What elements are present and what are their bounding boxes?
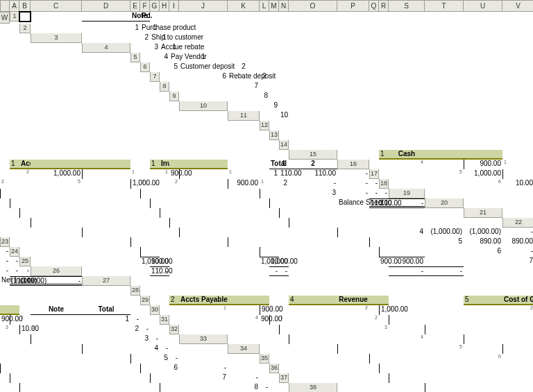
cell[interactable] xyxy=(179,237,228,247)
cell[interactable] xyxy=(425,247,464,257)
cell[interactable] xyxy=(260,169,269,179)
cell[interactable] xyxy=(31,82,82,92)
cell[interactable]: Total xyxy=(82,305,130,315)
cell[interactable] xyxy=(140,160,150,169)
cell[interactable] xyxy=(279,354,289,364)
row-header[interactable]: 7 xyxy=(150,72,160,82)
cell[interactable] xyxy=(82,189,130,198)
cell[interactable] xyxy=(82,169,130,179)
cell[interactable]: 2 xyxy=(140,179,150,189)
cell[interactable] xyxy=(31,286,82,296)
cell[interactable] xyxy=(150,325,160,334)
cell[interactable] xyxy=(379,218,389,228)
cell[interactable] xyxy=(169,72,179,82)
cell[interactable] xyxy=(82,33,130,43)
cell[interactable]: - xyxy=(150,334,160,344)
cell[interactable] xyxy=(82,160,130,169)
cell[interactable] xyxy=(179,33,228,43)
row-header[interactable]: 20 xyxy=(425,198,464,208)
cell[interactable] xyxy=(130,334,140,344)
cell[interactable]: 1 xyxy=(260,179,269,189)
cell[interactable] xyxy=(140,364,150,373)
cell[interactable] xyxy=(337,101,369,111)
cell[interactable]: Accts Payable xyxy=(179,296,228,305)
cell[interactable] xyxy=(389,62,425,72)
cell[interactable] xyxy=(228,334,260,344)
cell[interactable]: - xyxy=(10,266,19,276)
cell[interactable] xyxy=(289,334,337,344)
row-header[interactable]: 10 xyxy=(179,101,228,111)
cell[interactable] xyxy=(389,218,425,228)
cell[interactable] xyxy=(150,198,160,208)
cell[interactable] xyxy=(269,53,279,62)
cell[interactable]: Total xyxy=(269,160,279,169)
cell[interactable] xyxy=(464,257,502,266)
cell[interactable] xyxy=(379,383,389,392)
cell[interactable] xyxy=(140,266,150,276)
cell[interactable]: 1 xyxy=(269,169,279,179)
cell[interactable] xyxy=(269,24,279,33)
cell[interactable] xyxy=(82,354,130,364)
cell[interactable] xyxy=(140,237,150,247)
cell[interactable] xyxy=(289,198,337,208)
cell[interactable] xyxy=(160,305,169,315)
cell[interactable]: - xyxy=(369,179,379,189)
cell[interactable] xyxy=(169,344,179,354)
cell[interactable] xyxy=(260,218,269,228)
cell[interactable] xyxy=(228,208,260,218)
cell[interactable] xyxy=(31,121,82,130)
col-header[interactable]: D xyxy=(82,0,130,12)
cell[interactable] xyxy=(379,228,389,237)
cell[interactable] xyxy=(464,53,502,62)
cell[interactable] xyxy=(150,82,160,92)
cell[interactable]: 3 xyxy=(0,325,10,334)
cell[interactable] xyxy=(379,130,389,140)
cell[interactable] xyxy=(269,354,279,364)
cell[interactable] xyxy=(31,140,82,150)
cell[interactable] xyxy=(10,373,19,383)
cell[interactable] xyxy=(502,111,533,121)
cell[interactable] xyxy=(160,140,169,150)
cell[interactable]: Balance Sheet xyxy=(337,198,369,208)
cell[interactable] xyxy=(369,140,379,150)
cell[interactable] xyxy=(228,276,260,286)
cell[interactable] xyxy=(160,121,169,130)
col-header[interactable]: T xyxy=(425,0,464,12)
cell[interactable] xyxy=(169,208,179,218)
cell[interactable] xyxy=(150,354,160,364)
cell[interactable] xyxy=(140,101,150,111)
cell[interactable] xyxy=(0,198,10,208)
cell[interactable]: 6 xyxy=(464,354,502,364)
cell[interactable] xyxy=(82,373,130,383)
cell[interactable] xyxy=(10,354,19,364)
cell[interactable] xyxy=(82,130,130,140)
cell[interactable] xyxy=(369,373,379,383)
cell[interactable]: 1 xyxy=(150,160,160,169)
cell[interactable] xyxy=(337,24,369,33)
cell[interactable] xyxy=(289,364,337,373)
cell[interactable]: 4 xyxy=(228,315,260,325)
cell[interactable] xyxy=(179,111,228,121)
cell[interactable] xyxy=(228,228,260,237)
cell[interactable] xyxy=(0,218,10,228)
cell[interactable] xyxy=(10,344,19,354)
cell[interactable] xyxy=(130,247,140,257)
row-header[interactable]: 5 xyxy=(130,53,140,62)
col-header[interactable]: V xyxy=(502,0,533,12)
cell[interactable] xyxy=(150,286,160,296)
cell[interactable] xyxy=(130,189,140,198)
cell[interactable] xyxy=(260,296,269,305)
cell[interactable] xyxy=(379,344,389,354)
cell[interactable] xyxy=(19,130,31,140)
cell[interactable] xyxy=(337,218,369,228)
cell[interactable]: 1,000.00 xyxy=(130,179,140,189)
row-header[interactable]: 13 xyxy=(269,130,279,140)
cell[interactable]: 1 xyxy=(502,160,533,169)
cell[interactable] xyxy=(150,179,160,189)
cell[interactable] xyxy=(502,325,533,334)
cell[interactable] xyxy=(140,344,150,354)
cell[interactable]: (1,000.00) xyxy=(425,228,464,237)
cell[interactable] xyxy=(260,325,269,334)
row-header[interactable]: 21 xyxy=(464,208,502,218)
cell[interactable]: 5 xyxy=(169,62,179,72)
